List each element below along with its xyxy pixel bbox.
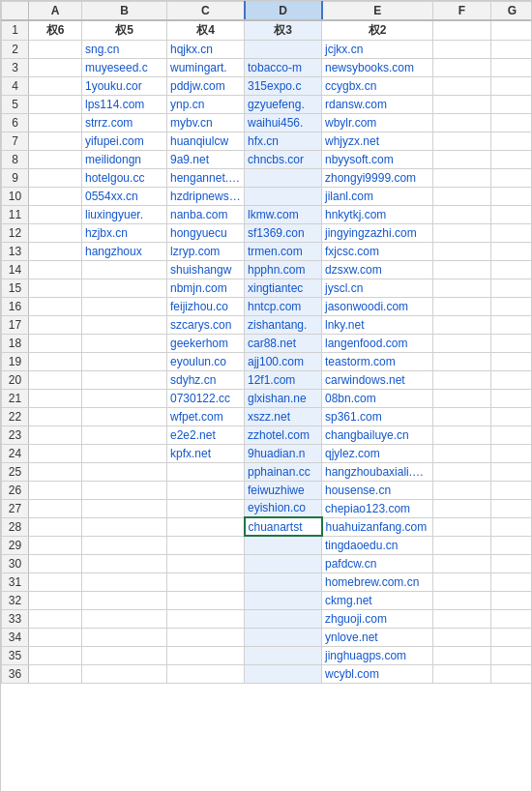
cell-f26[interactable] xyxy=(433,481,491,499)
cell-g31[interactable] xyxy=(491,572,533,591)
cell-c20[interactable]: sdyhz.cn xyxy=(167,370,245,389)
cell-b26[interactable] xyxy=(82,481,167,499)
cell-e31[interactable]: homebrew.com.cn xyxy=(322,572,433,591)
cell-c34[interactable] xyxy=(167,628,245,646)
cell-b4[interactable]: 1youku.cor xyxy=(82,76,167,95)
cell-d31[interactable] xyxy=(245,572,322,591)
cell-e15[interactable]: jyscl.cn xyxy=(322,279,433,297)
cell-g22[interactable] xyxy=(491,407,533,425)
cell-c27[interactable] xyxy=(167,499,245,517)
cell-e11[interactable]: hnkytkj.com xyxy=(322,205,433,223)
cell-c31[interactable] xyxy=(167,572,245,591)
cell-g27[interactable] xyxy=(491,499,533,517)
cell-a19[interactable] xyxy=(29,352,82,370)
cell-d14[interactable]: hpphn.com xyxy=(245,260,322,279)
cell-d11[interactable]: lkmw.com xyxy=(245,205,322,223)
cell-b7[interactable]: yifupei.com xyxy=(82,132,167,150)
cell-g28[interactable] xyxy=(491,517,533,536)
cell-f32[interactable] xyxy=(433,591,491,609)
cell-a6[interactable] xyxy=(29,113,82,132)
cell-f8[interactable] xyxy=(433,150,491,168)
cell-b27[interactable] xyxy=(82,499,167,517)
cell-a9[interactable] xyxy=(29,168,82,187)
cell-e30[interactable]: pafdcw.cn xyxy=(322,554,433,572)
cell-b10[interactable]: 0554xx.cn xyxy=(82,187,167,205)
cell-a18[interactable] xyxy=(29,334,82,352)
cell-d29[interactable] xyxy=(245,536,322,554)
cell-e5[interactable]: rdansw.com xyxy=(322,95,433,113)
cell-b36[interactable] xyxy=(82,664,167,683)
cell-g36[interactable] xyxy=(491,664,533,683)
cell-g2[interactable] xyxy=(491,40,533,58)
cell-g21[interactable] xyxy=(491,389,533,407)
cell-d9[interactable] xyxy=(245,168,322,187)
cell-a4[interactable] xyxy=(29,76,82,95)
cell-f16[interactable] xyxy=(433,297,491,315)
cell-c6[interactable]: mybv.cn xyxy=(167,113,245,132)
cell-d24[interactable]: 9huadian.n xyxy=(245,444,322,462)
cell-c26[interactable] xyxy=(167,481,245,499)
cell-e18[interactable]: langenfood.com xyxy=(322,334,433,352)
cell-e4[interactable]: ccygbx.cn xyxy=(322,76,433,95)
cell-e25[interactable]: hangzhoubaxiali.com xyxy=(322,462,433,481)
cell-a16[interactable] xyxy=(29,297,82,315)
cell-b13[interactable]: hangzhoux xyxy=(82,242,167,260)
cell-f13[interactable] xyxy=(433,242,491,260)
cell-d21[interactable]: glxishan.ne xyxy=(245,389,322,407)
cell-c15[interactable]: nbmjn.com xyxy=(167,279,245,297)
cell-d4[interactable]: 315expo.c xyxy=(245,76,322,95)
cell-c32[interactable] xyxy=(167,591,245,609)
cell-b33[interactable] xyxy=(82,609,167,628)
cell-a1[interactable]: 权6 xyxy=(29,20,82,41)
cell-d3[interactable]: tobacco-m xyxy=(245,58,322,76)
cell-e14[interactable]: dzsxw.com xyxy=(322,260,433,279)
cell-c3[interactable]: wumingart. xyxy=(167,58,245,76)
cell-e17[interactable]: lnky.net xyxy=(322,315,433,334)
cell-c17[interactable]: szcarys.con xyxy=(167,315,245,334)
cell-c12[interactable]: hongyuecu xyxy=(167,223,245,242)
cell-f11[interactable] xyxy=(433,205,491,223)
cell-a8[interactable] xyxy=(29,150,82,168)
cell-f30[interactable] xyxy=(433,554,491,572)
cell-f36[interactable] xyxy=(433,664,491,683)
cell-c18[interactable]: geekerhom xyxy=(167,334,245,352)
cell-d23[interactable]: zzhotel.com xyxy=(245,425,322,444)
cell-e32[interactable]: ckmg.net xyxy=(322,591,433,609)
cell-b20[interactable] xyxy=(82,370,167,389)
cell-a29[interactable] xyxy=(29,536,82,554)
cell-b17[interactable] xyxy=(82,315,167,334)
cell-f35[interactable] xyxy=(433,646,491,664)
cell-d35[interactable] xyxy=(245,646,322,664)
cell-g17[interactable] xyxy=(491,315,533,334)
cell-b35[interactable] xyxy=(82,646,167,664)
cell-b3[interactable]: muyeseed.c xyxy=(82,58,167,76)
cell-g15[interactable] xyxy=(491,279,533,297)
cell-g13[interactable] xyxy=(491,242,533,260)
cell-e28[interactable]: huahuizanfang.com xyxy=(322,517,433,536)
cell-f10[interactable] xyxy=(433,187,491,205)
cell-d8[interactable]: chncbs.cor xyxy=(245,150,322,168)
cell-e1[interactable]: 权2 xyxy=(322,20,433,41)
cell-c4[interactable]: pddjw.com xyxy=(167,76,245,95)
cell-c7[interactable]: huanqiulcw xyxy=(167,132,245,150)
cell-b15[interactable] xyxy=(82,279,167,297)
cell-g34[interactable] xyxy=(491,628,533,646)
cell-b29[interactable] xyxy=(82,536,167,554)
cell-g12[interactable] xyxy=(491,223,533,242)
cell-a25[interactable] xyxy=(29,462,82,481)
cell-e23[interactable]: changbailuye.cn xyxy=(322,425,433,444)
cell-f25[interactable] xyxy=(433,462,491,481)
cell-g25[interactable] xyxy=(491,462,533,481)
cell-d32[interactable] xyxy=(245,591,322,609)
cell-e6[interactable]: wbylr.com xyxy=(322,113,433,132)
cell-a23[interactable] xyxy=(29,425,82,444)
cell-a17[interactable] xyxy=(29,315,82,334)
cell-a11[interactable] xyxy=(29,205,82,223)
col-header-c[interactable]: C xyxy=(167,2,245,20)
cell-b6[interactable]: strrz.com xyxy=(82,113,167,132)
cell-g8[interactable] xyxy=(491,150,533,168)
cell-d6[interactable]: waihui456. xyxy=(245,113,322,132)
col-header-e[interactable]: E xyxy=(322,2,433,20)
cell-c8[interactable]: 9a9.net xyxy=(167,150,245,168)
cell-a34[interactable] xyxy=(29,628,82,646)
